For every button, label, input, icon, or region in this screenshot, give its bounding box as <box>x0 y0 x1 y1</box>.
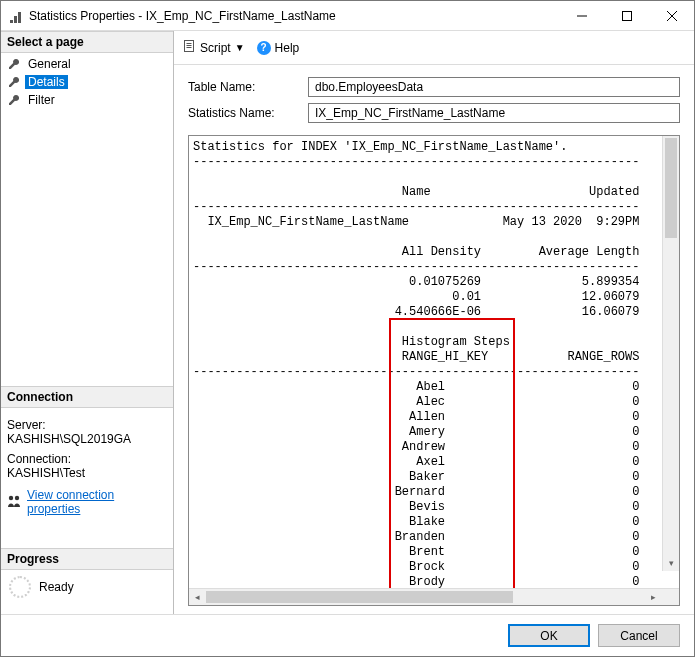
svg-rect-4 <box>622 11 631 20</box>
select-page-header: Select a page <box>1 31 173 53</box>
window-title: Statistics Properties - IX_Emp_NC_FirstN… <box>29 9 559 23</box>
progress-header: Progress <box>1 548 173 570</box>
progress-spinner-icon <box>9 576 31 598</box>
wrench-icon <box>7 57 21 71</box>
svg-rect-1 <box>14 16 17 23</box>
svg-rect-0 <box>10 20 13 23</box>
page-filter[interactable]: Filter <box>5 91 173 109</box>
chevron-down-icon[interactable]: ▼ <box>235 42 245 53</box>
page-list: General Details Filter <box>1 53 173 111</box>
help-label: Help <box>275 41 300 55</box>
svg-point-8 <box>15 495 19 499</box>
script-button[interactable]: Script ▼ <box>182 39 245 56</box>
svg-rect-2 <box>18 12 21 23</box>
main-panel: Script ▼ ? Help Table Name: dbo.Employee… <box>174 31 694 614</box>
ok-button[interactable]: OK <box>508 624 590 647</box>
page-details[interactable]: Details <box>5 73 173 91</box>
connection-icon <box>7 494 21 511</box>
page-label: General <box>25 57 74 71</box>
scroll-right-icon[interactable]: ▸ <box>645 589 662 605</box>
connection-header: Connection <box>1 386 173 408</box>
scrollbar-thumb[interactable] <box>206 591 513 603</box>
server-label: Server: <box>7 418 167 432</box>
connection-label: Connection: <box>7 452 167 466</box>
progress-box: Ready <box>1 570 173 604</box>
vertical-scrollbar[interactable]: ▾ <box>662 136 679 571</box>
page-label: Filter <box>25 93 58 107</box>
progress-status: Ready <box>39 580 74 594</box>
connection-value: KASHISH\Test <box>7 466 167 480</box>
server-value: KASHISH\SQL2019GA <box>7 432 167 446</box>
scroll-down-icon[interactable]: ▾ <box>663 554 679 571</box>
maximize-button[interactable] <box>604 1 649 30</box>
wrench-icon <box>7 93 21 107</box>
view-connection-properties-link[interactable]: View connection properties <box>27 488 167 516</box>
statistics-name-label: Statistics Name: <box>188 106 308 120</box>
svg-point-7 <box>9 495 13 499</box>
footer: OK Cancel <box>1 614 694 656</box>
cancel-button[interactable]: Cancel <box>598 624 680 647</box>
table-name-field[interactable]: dbo.EmployeesData <box>308 77 680 97</box>
connection-box: Server: KASHISH\SQL2019GA Connection: KA… <box>1 408 173 524</box>
statistics-name-field[interactable]: IX_Emp_NC_FirstName_LastName <box>308 103 680 123</box>
script-icon <box>182 39 196 56</box>
close-button[interactable] <box>649 1 694 30</box>
titlebar: Statistics Properties - IX_Emp_NC_FirstN… <box>1 1 694 31</box>
minimize-button[interactable] <box>559 1 604 30</box>
scrollbar-thumb[interactable] <box>665 138 677 238</box>
wrench-icon <box>7 75 21 89</box>
help-icon: ? <box>257 41 271 55</box>
table-name-label: Table Name: <box>188 80 308 94</box>
statistics-box: Statistics for INDEX 'IX_Emp_NC_FirstNam… <box>188 135 680 606</box>
toolbar: Script ▼ ? Help <box>174 31 694 65</box>
horizontal-scrollbar[interactable]: ◂ ▸ <box>189 588 679 605</box>
page-general[interactable]: General <box>5 55 173 73</box>
app-icon <box>9 9 23 23</box>
page-label: Details <box>25 75 68 89</box>
help-button[interactable]: ? Help <box>257 41 300 55</box>
script-label: Script <box>200 41 231 55</box>
sidebar: Select a page General Details Filter Con… <box>1 31 174 614</box>
statistics-text[interactable]: Statistics for INDEX 'IX_Emp_NC_FirstNam… <box>193 140 679 588</box>
scroll-left-icon[interactable]: ◂ <box>189 589 206 605</box>
